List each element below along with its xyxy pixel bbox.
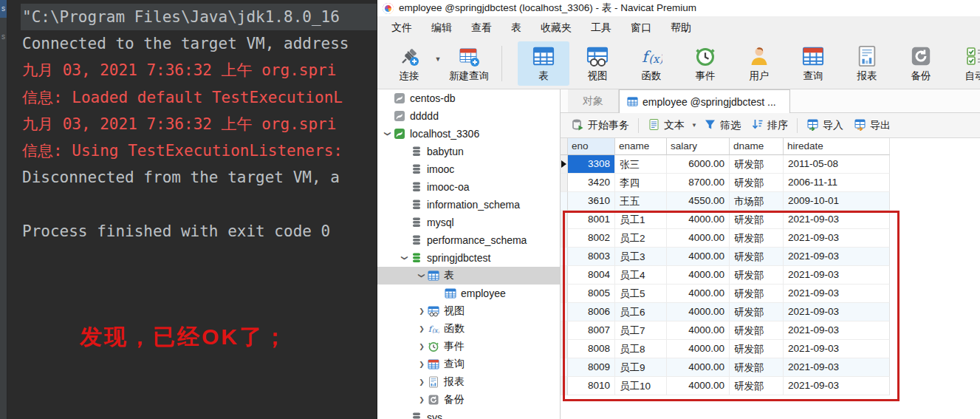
grid-cell-ename[interactable]: 员工6 [615, 303, 667, 321]
grid-cell-dname[interactable]: 研发部 [730, 155, 784, 174]
row-selector[interactable] [561, 377, 568, 395]
chevron-collapsed-icon[interactable]: ❯ [416, 378, 428, 386]
tree-item-employee[interactable]: employee [377, 285, 560, 302]
grid-cell-ename[interactable]: 员工4 [615, 266, 667, 285]
grid-cell-eno[interactable]: 8003 [568, 248, 615, 266]
grid-cell-hiredate[interactable]: 2009-10-01 [784, 192, 890, 211]
tree-item-queries[interactable]: ❯查询 [377, 355, 560, 373]
tree-item-sys[interactable]: sys [377, 409, 560, 419]
grid-cell-ename[interactable]: 员工2 [615, 229, 667, 248]
tree-item-imooc[interactable]: imooc [377, 160, 560, 178]
grid-cell-dname[interactable]: 研发部 [730, 266, 784, 285]
grid-cell-eno[interactable]: 8002 [568, 229, 615, 248]
tree-item-imooc-oa[interactable]: imooc-oa [377, 178, 560, 196]
grid-cell-salary[interactable]: 4000.00 [667, 321, 730, 340]
column-header-hiredate[interactable]: hiredate [784, 138, 890, 155]
grid-cell-dname[interactable]: 研发部 [730, 211, 784, 229]
toolbar-button-reports[interactable]: 报表 [841, 41, 893, 86]
grid-cell-eno[interactable]: 8010 [568, 377, 615, 395]
menu-item[interactable]: 编辑 [422, 16, 462, 38]
tree-item-performance-schema[interactable]: performance_schema [377, 231, 560, 249]
grid-cell-hiredate[interactable]: 2021-09-03 [784, 340, 890, 358]
tree-item-tables[interactable]: ❯表 [377, 267, 560, 285]
chevron-collapsed-icon[interactable]: ❯ [416, 396, 428, 403]
row-selector[interactable] [561, 248, 568, 266]
grid-cell-dname[interactable]: 研发部 [730, 174, 784, 192]
toolbar-button-users[interactable]: 用户 [733, 41, 785, 86]
grid-cell-dname[interactable]: 研发部 [730, 340, 784, 358]
tab-objects[interactable]: 对象 [568, 89, 619, 112]
chevron-expanded-icon[interactable]: ❯ [384, 128, 391, 140]
grid-cell-hiredate[interactable]: 2011-05-08 [784, 155, 890, 174]
tree-item-events[interactable]: ❯事件 [377, 338, 560, 355]
grid-toolbar-button-sort[interactable]: 排序 [746, 113, 793, 137]
grid-cell-salary[interactable]: 4550.00 [667, 192, 730, 211]
grid-cell-salary[interactable]: 4000.00 [667, 266, 730, 285]
menu-item[interactable]: 收藏夹 [531, 16, 581, 38]
toolbar-button-new-query[interactable]: 新建查询 [443, 41, 495, 86]
row-selector[interactable] [561, 266, 568, 285]
grid-cell-ename[interactable]: 员工10 [615, 377, 667, 395]
grid-cell-ename[interactable]: 员工5 [615, 285, 667, 303]
chevron-collapsed-icon[interactable]: ❯ [416, 361, 428, 368]
grid-toolbar-button-filter[interactable]: 筛选 [699, 113, 746, 137]
grid-cell-salary[interactable]: 4000.00 [667, 248, 730, 266]
grid-cell-hiredate[interactable]: 2021-09-03 [784, 248, 890, 266]
grid-cell-hiredate[interactable]: 2021-09-03 [784, 285, 890, 303]
grid-cell-hiredate[interactable]: 2006-11-11 [784, 174, 890, 192]
tree-item-springjdbctest[interactable]: ❯springjdbctest [377, 249, 560, 267]
grid-cell-salary[interactable]: 4000.00 [667, 377, 730, 395]
grid-cell-dname[interactable]: 研发部 [730, 229, 784, 248]
grid-cell-eno[interactable]: 8008 [568, 340, 615, 358]
grid-cell-dname[interactable]: 研发部 [730, 321, 784, 340]
grid-cell-ename[interactable]: 员工8 [615, 340, 667, 358]
tree-item-localhost-3306[interactable]: ❯localhost_3306 [377, 125, 560, 143]
chevron-down-icon[interactable]: ▼ [690, 122, 699, 129]
grid-cell-salary[interactable]: 4000.00 [667, 229, 730, 248]
column-header-dname[interactable]: dname [730, 138, 784, 155]
grid-cell-hiredate[interactable]: 2021-09-03 [784, 229, 890, 248]
grid-cell-ename[interactable]: 员工1 [615, 211, 667, 229]
grid-cell-salary[interactable]: 4000.00 [667, 285, 730, 303]
grid-cell-ename[interactable]: 李四 [615, 174, 667, 192]
chevron-collapsed-icon[interactable]: ❯ [416, 343, 428, 350]
menu-item[interactable]: 查看 [462, 16, 501, 38]
row-selector[interactable] [561, 358, 568, 377]
tree-item-functions[interactable]: ❯f(x)函数 [377, 320, 560, 338]
toolbar-button-functions[interactable]: f(x)函数 [626, 41, 677, 86]
grid-cell-ename[interactable]: 员工7 [615, 321, 667, 340]
grid-cell-ename[interactable]: 张三 [615, 155, 667, 174]
grid-cell-eno[interactable]: 3610 [568, 192, 615, 211]
row-selector[interactable] [561, 340, 568, 358]
menu-item[interactable]: 帮助 [661, 16, 701, 38]
grid-cell-hiredate[interactable]: 2021-09-03 [784, 321, 890, 340]
grid-cell-eno[interactable]: 3420 [568, 174, 615, 192]
tree-item-backups[interactable]: ❯备份 [377, 391, 560, 409]
grid-cell-salary[interactable]: 4000.00 [667, 303, 730, 321]
chevron-down-icon[interactable]: ▼ [433, 55, 443, 63]
tree-item-babytun[interactable]: babytun [377, 143, 560, 160]
grid-cell-salary[interactable]: 4000.00 [667, 211, 730, 229]
row-selector[interactable] [561, 321, 568, 340]
grid-cell-ename[interactable]: 员工9 [615, 358, 667, 377]
tree-item-centos-db[interactable]: centos-db [377, 89, 560, 107]
row-selector[interactable] [561, 192, 568, 211]
toolbar-button-views[interactable]: 视图 [572, 41, 623, 86]
row-selector[interactable] [561, 211, 568, 229]
toolbar-button-queries[interactable]: 查询 [787, 41, 839, 86]
chevron-expanded-icon[interactable]: ❯ [401, 252, 408, 264]
grid-cell-dname[interactable]: 研发部 [730, 285, 784, 303]
grid-cell-salary[interactable]: 4000.00 [667, 340, 730, 358]
chevron-collapsed-icon[interactable]: ❯ [416, 307, 428, 315]
grid-cell-dname[interactable]: 研发部 [730, 377, 784, 395]
grid-cell-eno[interactable]: 8007 [568, 321, 615, 340]
column-header-eno[interactable]: eno [568, 138, 615, 155]
grid-cell-dname[interactable]: 市场部 [730, 192, 784, 211]
column-header-ename[interactable]: ename [615, 138, 667, 155]
grid-cell-dname[interactable]: 研发部 [730, 303, 784, 321]
grid-cell-eno[interactable]: 8009 [568, 358, 615, 377]
grid-cell-salary[interactable]: 8700.00 [667, 174, 730, 192]
toolbar-button-backups[interactable]: 备份 [895, 41, 947, 86]
grid-cell-hiredate[interactable]: 2021-09-03 [784, 358, 890, 377]
grid-cell-hiredate[interactable]: 2021-09-03 [784, 211, 890, 229]
